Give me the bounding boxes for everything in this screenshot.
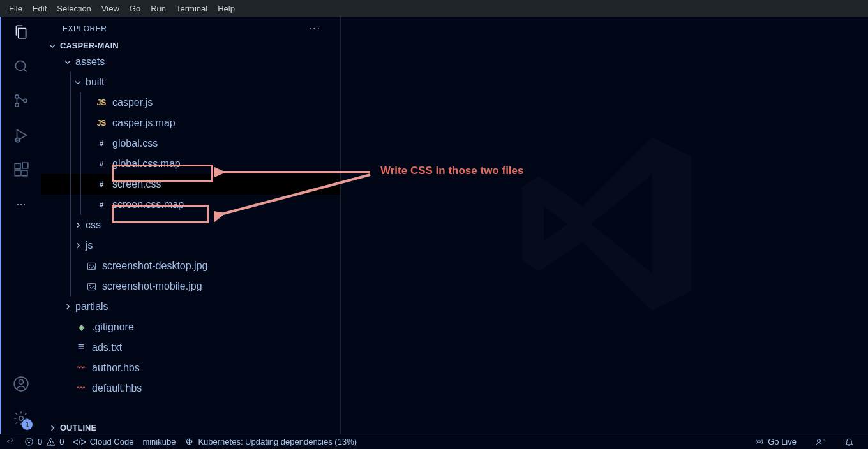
folder-partials[interactable]: partials xyxy=(41,297,340,317)
status-problems[interactable]: 0 0 xyxy=(24,437,64,446)
status-bell-icon[interactable] xyxy=(844,437,854,446)
svg-point-2 xyxy=(15,103,19,107)
menu-terminal[interactable]: Terminal xyxy=(171,3,213,15)
file-label: screen.css xyxy=(112,179,161,190)
svg-point-13 xyxy=(89,264,90,265)
svg-point-3 xyxy=(24,99,27,102)
folder-css[interactable]: css xyxy=(41,215,340,235)
svg-rect-5 xyxy=(15,163,20,169)
file-screen-css[interactable]: # screen.css xyxy=(41,174,340,195)
file-label: screen.css.map xyxy=(112,199,184,210)
explorer-title: EXPLORER xyxy=(63,24,107,33)
settings-badge: 1 xyxy=(22,419,33,430)
folder-js[interactable]: js xyxy=(41,235,340,256)
folder-label: js xyxy=(86,240,93,251)
handlebars-icon: 〰 xyxy=(75,362,87,374)
explorer-sidebar: EXPLORER ··· CASPER-MAIN assets built JS xyxy=(41,17,341,434)
svg-point-11 xyxy=(19,416,24,421)
svg-point-20 xyxy=(758,441,761,443)
status-minikube[interactable]: minikube xyxy=(142,437,176,446)
status-bar: 0 0 </> Cloud Code minikube Kubernetes: … xyxy=(0,434,868,449)
status-kubernetes-label: Kubernetes: Updating dependencies (13%) xyxy=(198,437,357,446)
annotation-text: Write CSS in those two files xyxy=(380,165,524,177)
text-icon xyxy=(75,342,87,353)
file-label: default.hbs xyxy=(92,383,142,394)
chevron-right-icon xyxy=(63,302,73,312)
status-kubernetes[interactable]: Kubernetes: Updating dependencies (13%) xyxy=(184,437,357,446)
run-debug-icon[interactable] xyxy=(12,126,30,144)
svg-point-1 xyxy=(15,95,19,98)
folder-label: built xyxy=(86,77,104,88)
folder-assets[interactable]: assets xyxy=(41,52,340,72)
file-casper-js[interactable]: JS casper.js xyxy=(41,92,340,113)
file-global-css[interactable]: # global.css xyxy=(41,133,340,154)
status-go-live[interactable]: Go Live xyxy=(754,437,797,446)
activity-bar: ··· 1 xyxy=(0,17,41,434)
folder-label: assets xyxy=(75,56,105,68)
file-tree: assets built JS casper.js JS casper.js.m… xyxy=(41,52,340,420)
status-minikube-label: minikube xyxy=(142,437,176,446)
status-feedback-icon[interactable] xyxy=(816,437,825,446)
menu-selection[interactable]: Selection xyxy=(52,3,96,15)
chevron-down-icon xyxy=(63,57,73,67)
css-icon: # xyxy=(96,158,107,170)
js-icon: JS xyxy=(96,97,107,108)
menu-file[interactable]: File xyxy=(4,3,27,15)
status-errors-count: 0 xyxy=(38,437,42,446)
status-go-live-label: Go Live xyxy=(768,437,797,446)
git-icon: ◈ xyxy=(75,321,87,333)
chevron-down-icon xyxy=(73,77,83,87)
status-warnings-count: 0 xyxy=(59,437,64,446)
file-screenshot-desktop[interactable]: screenshot-desktop.jpg xyxy=(41,256,340,276)
ellipsis-icon[interactable]: ··· xyxy=(12,195,30,213)
menu-edit[interactable]: Edit xyxy=(27,3,52,15)
explorer-icon[interactable] xyxy=(12,23,30,41)
file-label: casper.js.map xyxy=(112,117,176,129)
file-label: casper.js xyxy=(112,97,153,108)
project-section-header[interactable]: CASPER-MAIN xyxy=(41,40,340,52)
accounts-icon[interactable] xyxy=(12,375,30,393)
folder-label: css xyxy=(86,219,101,231)
js-icon: JS xyxy=(96,117,107,129)
editor-area xyxy=(341,17,868,434)
svg-point-10 xyxy=(19,379,24,384)
menu-help[interactable]: Help xyxy=(213,3,240,15)
svg-rect-6 xyxy=(15,170,20,176)
extensions-icon[interactable] xyxy=(12,161,30,179)
remote-indicator[interactable] xyxy=(0,434,22,450)
file-default-hbs[interactable]: 〰 default.hbs xyxy=(41,378,340,399)
file-global-css-map[interactable]: # global.css.map xyxy=(41,154,340,174)
css-icon: # xyxy=(96,199,107,210)
file-label: global.css xyxy=(112,138,158,149)
outline-label: OUTLINE xyxy=(60,423,96,432)
file-author-hbs[interactable]: 〰 author.hbs xyxy=(41,358,340,378)
chevron-right-icon xyxy=(73,220,83,230)
file-label: .gitignore xyxy=(92,321,134,333)
file-ads-txt[interactable]: ads.txt xyxy=(41,337,340,358)
css-icon: # xyxy=(96,179,107,190)
menu-run[interactable]: Run xyxy=(146,3,171,15)
file-label: ads.txt xyxy=(92,342,122,353)
file-screen-css-map[interactable]: # screen.css.map xyxy=(41,195,340,215)
file-gitignore[interactable]: ◈ .gitignore xyxy=(41,317,340,337)
status-cloud-code-label: Cloud Code xyxy=(90,437,134,446)
file-casper-js-map[interactable]: JS casper.js.map xyxy=(41,113,340,133)
menu-go[interactable]: Go xyxy=(124,3,146,15)
vscode-watermark-icon xyxy=(496,115,713,335)
settings-icon[interactable]: 1 xyxy=(12,409,30,427)
svg-rect-8 xyxy=(22,163,28,168)
file-label: screenshot-desktop.jpg xyxy=(102,260,207,272)
outline-section-header[interactable]: OUTLINE xyxy=(41,420,340,434)
handlebars-icon: 〰 xyxy=(75,383,87,394)
css-icon: # xyxy=(96,138,107,149)
status-cloud-code[interactable]: </> Cloud Code xyxy=(73,437,133,447)
folder-built[interactable]: built xyxy=(41,72,340,92)
explorer-more-icon[interactable]: ··· xyxy=(309,23,327,34)
source-control-icon[interactable] xyxy=(12,92,30,110)
file-label: screenshot-mobile.jpg xyxy=(102,281,202,292)
svg-rect-7 xyxy=(22,170,27,176)
menu-view[interactable]: View xyxy=(96,3,124,15)
file-screenshot-mobile[interactable]: screenshot-mobile.jpg xyxy=(41,276,340,297)
search-icon[interactable] xyxy=(12,57,30,75)
svg-point-0 xyxy=(15,61,25,70)
